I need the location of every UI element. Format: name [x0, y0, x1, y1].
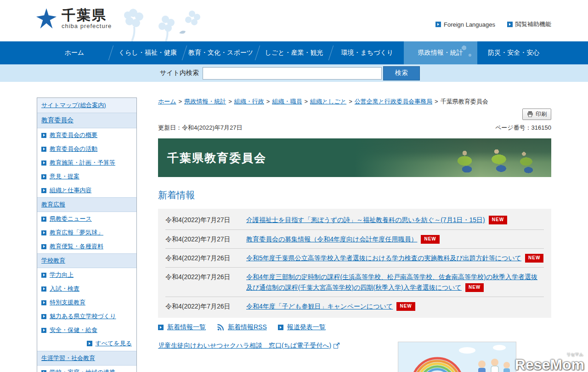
breadcrumb-link-home[interactable]: ホーム: [158, 98, 176, 105]
news-link[interactable]: 令和4年度三部制の定時制の課程(生浜高等学校、松戸南高等学校、佐倉南高等学校)の…: [246, 273, 537, 291]
arrow-icon: [41, 217, 46, 222]
logo-subtitle: chiba prefecture: [62, 23, 112, 29]
news-date: 令和4(2022)年7月27日: [165, 215, 240, 225]
new-badge: NEW: [421, 235, 439, 244]
nav-item-environment-townplanning[interactable]: 環境・まちづくり: [331, 41, 404, 64]
nav-label: 環境・まちづくり: [341, 49, 394, 57]
sidebar-section-link[interactable]: 生涯学習・社会教育: [41, 355, 95, 361]
rss-icon: [217, 324, 224, 331]
consultation-link[interactable]: 児童生徒向けわいせつセクハラ相談 窓口(ちば電子受付へ): [158, 342, 331, 350]
sidebar-item-attractive-schools[interactable]: 魅力ある県立学校づくり: [37, 309, 136, 323]
news-rss-link[interactable]: 新着情報RSS: [228, 323, 267, 332]
sidebar-item-academic[interactable]: 学力向上: [37, 268, 136, 282]
breadcrumb-link[interactable]: 組織・職員: [272, 98, 302, 105]
sidebar-see-all[interactable]: すべてを見る: [37, 337, 136, 351]
sidebar-item-handbook[interactable]: 教育便覧・各種資料: [37, 240, 136, 253]
nav-item-education-culture-sports[interactable]: 教育・文化・スポーツ: [184, 41, 257, 64]
sidebar-link[interactable]: 教育委員会の活動: [50, 145, 97, 153]
sidebar-link[interactable]: 教育便覧・各種資料: [50, 242, 103, 251]
sidebar-item-school-family-community[interactable]: 学校・家庭・地域の連携: [37, 366, 136, 372]
sidebar-link[interactable]: 安全・保健・給食: [50, 326, 97, 334]
board-of-education-link[interactable]: 教育委員会: [41, 116, 74, 124]
page-meta: 更新日：令和4(2022)年7月27日 ページ番号：316150: [158, 124, 551, 132]
sidebar-sitemap[interactable]: サイトマップ(総合案内): [37, 98, 136, 113]
sidebar-link[interactable]: 特別支援教育: [50, 298, 85, 307]
news-date: 令和4(2022)年7月26日: [165, 253, 240, 263]
nav-item-prefectural-info-statistics[interactable]: 県政情報・統計: [404, 41, 477, 64]
breadcrumb-link[interactable]: 公営企業と行政委員会事務局: [355, 98, 432, 105]
sitemap-link[interactable]: サイトマップ(総合案内): [41, 102, 106, 109]
sidebar-item-special-support[interactable]: 特別支援教育: [37, 296, 136, 309]
new-badge: NEW: [396, 302, 415, 311]
site-search-input[interactable]: [203, 67, 382, 80]
main-navigation: ホーム くらし・福祉・健康 教育・文化・スポーツ しごと・産業・観光 環境・まち…: [0, 41, 588, 64]
sidebar-item-overview[interactable]: 教育委員会の概要: [37, 128, 136, 142]
news-date: 令和4(2022)年7月26日: [165, 272, 240, 292]
news-item: 令和4(2022)年7月27日 介護福祉士を目指す「葱ぼうずの詩」～福祉教養科の…: [165, 211, 544, 229]
sidebar-link[interactable]: 魅力ある県立学校づくり: [50, 312, 116, 320]
sidebar-link[interactable]: 入試・検査: [50, 285, 79, 293]
campaign-banner-illustration[interactable]: [398, 342, 516, 372]
breadcrumb-separator: >: [266, 98, 270, 105]
sidebar-link[interactable]: 意見・提案: [50, 172, 79, 181]
sidebar-item-dream-balloon[interactable]: 教育広報「夢気球」: [37, 226, 136, 240]
arrow-icon: [41, 314, 46, 319]
sidebar-link[interactable]: 教育広報「夢気球」: [50, 229, 103, 237]
nav-item-home[interactable]: ホーム: [38, 41, 111, 64]
sidebar-section-school-education[interactable]: 学校教育: [37, 253, 136, 268]
arrow-icon: [87, 341, 92, 346]
sidebar: サイトマップ(総合案内) 教育委員会 教育委員会の概要 教育委員会の活動 教育施…: [37, 97, 137, 372]
news-link[interactable]: 令和4年度「子ども参観日」キャンペーンについて: [246, 303, 393, 310]
sidebar-item-organization[interactable]: 組織と仕事内容: [37, 183, 136, 197]
sidebar-item-safety-health-lunch[interactable]: 安全・保健・給食: [37, 323, 136, 337]
site-search-label: サイト内検索: [160, 69, 199, 77]
news-item: 令和4(2022)年7月26日 令和5年度千葉県公立高等学校入学者選抜における学…: [165, 249, 544, 268]
sidebar-item-activities[interactable]: 教育委員会の活動: [37, 142, 136, 156]
breadcrumb-link[interactable]: 組織・行政: [234, 98, 264, 105]
accessibility-link[interactable]: 閲覧補助機能: [507, 20, 551, 29]
sidebar-link[interactable]: 教育施策・計画・予算等: [50, 159, 115, 167]
nav-item-work-industry-tourism[interactable]: しごと・産業・観光: [257, 41, 330, 64]
news-link[interactable]: 介護福祉士を目指す「葱ぼうずの詩」～福祉教養科の思いを紡ぐ～(7月1日・15日): [246, 216, 485, 223]
sidebar-root[interactable]: 教育委員会: [37, 113, 136, 128]
breadcrumb-link[interactable]: 県政情報・統計: [184, 98, 226, 105]
site-logo[interactable]: 千葉県 chiba prefecture: [36, 7, 112, 29]
sidebar-link[interactable]: 学校・家庭・地域の連携: [50, 368, 115, 372]
news-list: 令和4(2022)年7月27日 介護福祉士を目指す「葱ぼうずの詩」～福祉教養科の…: [158, 209, 551, 317]
print-button[interactable]: 印刷: [522, 109, 551, 120]
sidebar-section-link[interactable]: 学校教育: [41, 257, 65, 264]
foreign-languages-link[interactable]: Foreign Languages: [435, 21, 495, 28]
sidebar-item-news[interactable]: 県教委ニュース: [37, 212, 136, 226]
news-link[interactable]: 教育委員会の募集情報（令和4年度向け会計年度任用職員）: [246, 235, 417, 243]
breadcrumb-link[interactable]: 組織としごと: [310, 98, 346, 105]
news-list-link[interactable]: 新着情報一覧: [167, 323, 206, 332]
accessibility-label: 閲覧補助機能: [515, 20, 551, 29]
nav-item-disaster-safety[interactable]: 防災・安全・安心: [477, 41, 550, 64]
nav-label: ホーム: [64, 49, 84, 57]
arrow-icon: [41, 160, 46, 166]
breadcrumb-current: 千葉県教育委員会: [441, 98, 488, 105]
nav-label: くらし・福祉・健康: [119, 49, 177, 57]
sidebar-link[interactable]: 学力向上: [50, 271, 74, 279]
page-title-banner: 千葉県教育委員会: [158, 138, 551, 177]
sidebar-link[interactable]: 教育委員会の概要: [50, 131, 97, 139]
chiba-emblem-icon: [36, 8, 57, 29]
sidebar-section-pr[interactable]: 教育広報: [37, 197, 136, 212]
print-label: 印刷: [536, 110, 547, 118]
news-link[interactable]: 令和5年度千葉県公立高等学校入学者選抜における学力検査の実施教科及び出題方針等に…: [246, 254, 521, 262]
sidebar-section-link[interactable]: 教育広報: [41, 201, 65, 208]
site-search-button[interactable]: 検索: [383, 66, 420, 80]
sidebar-item-exams[interactable]: 入試・検査: [37, 282, 136, 296]
press-release-link[interactable]: 報道発表一覧: [287, 323, 326, 332]
bottom-row: 児童生徒向けわいせつセクハラ相談 窓口(ちば電子受付へ): [158, 342, 551, 372]
watermark-text: ReseMom: [515, 356, 584, 372]
sidebar-link[interactable]: 県教委ニュース: [50, 215, 92, 223]
sidebar-item-policy-plan-budget[interactable]: 教育施策・計画・予算等: [37, 156, 136, 170]
header-decoration-flowers: [110, 1, 211, 41]
sidebar-section-lifelong-learning[interactable]: 生涯学習・社会教育: [37, 351, 136, 366]
arrow-icon: [41, 188, 46, 193]
sidebar-item-opinions[interactable]: 意見・提案: [37, 170, 136, 183]
sidebar-link[interactable]: 組織と仕事内容: [50, 186, 91, 195]
nav-item-living-welfare-health[interactable]: くらし・福祉・健康: [111, 41, 184, 64]
see-all-link[interactable]: すべてを見る: [95, 339, 132, 348]
